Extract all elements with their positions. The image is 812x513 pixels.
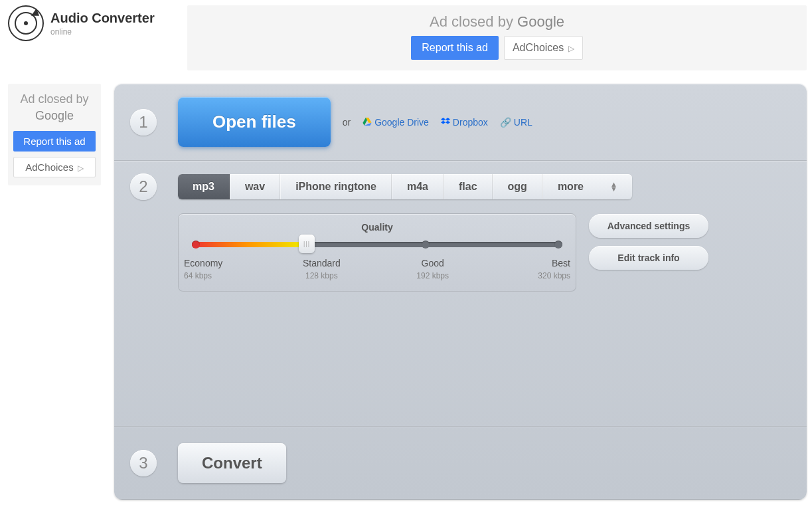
format-tab-more[interactable]: more ▲▼ (542, 174, 632, 199)
app-subtitle: online (50, 27, 155, 37)
svg-marker-6 (446, 120, 450, 124)
quality-title: Quality (192, 222, 562, 233)
format-tab-ogg[interactable]: ogg (493, 174, 542, 199)
slider-handle[interactable] (299, 235, 315, 253)
ad-closed-text: Ad closed by Google (430, 13, 564, 30)
adchoices-icon: ▷ (78, 163, 84, 173)
open-files-button[interactable]: Open files (178, 97, 331, 147)
dropbox-icon (441, 117, 450, 128)
or-label: or (343, 117, 351, 128)
step-number: 3 (130, 450, 157, 476)
svg-marker-4 (446, 118, 450, 121)
format-tab-wav[interactable]: wav (230, 174, 280, 199)
svg-marker-5 (441, 120, 446, 124)
step-number: 2 (130, 173, 157, 200)
quality-label-economy: Economy 64 kbps (184, 258, 237, 280)
report-ad-button[interactable]: Report this ad (411, 36, 499, 60)
google-drive-link[interactable]: Google Drive (363, 117, 429, 128)
format-tab-iphone[interactable]: iPhone ringtone (280, 174, 392, 199)
google-drive-icon (363, 117, 372, 128)
app-logo-block: Audio Converter online (8, 5, 187, 41)
ad-closed-text: Ad closed by Google (13, 92, 96, 124)
top-ad-banner: Ad closed by Google Report this ad AdCho… (187, 5, 807, 70)
step-1: 1 Open files or Google Drive Dropbox (114, 84, 807, 161)
step-number: 1 (130, 109, 157, 136)
format-tabs: mp3 wav iPhone ringtone m4a flac ogg mor… (178, 174, 632, 199)
quality-label-good: Good 192 kbps (406, 258, 459, 280)
step-2: 2 mp3 wav iPhone ringtone m4a flac ogg m… (114, 161, 807, 427)
sort-arrows-icon: ▲▼ (610, 182, 617, 191)
format-tab-m4a[interactable]: m4a (392, 174, 444, 199)
svg-marker-3 (441, 118, 446, 121)
convert-button[interactable]: Convert (178, 443, 286, 483)
converter-panel: 1 Open files or Google Drive Dropbox (114, 84, 807, 500)
dropbox-link[interactable]: Dropbox (441, 117, 488, 128)
quality-label-standard: Standard 128 kbps (295, 258, 348, 280)
edit-track-info-button[interactable]: Edit track info (589, 246, 708, 270)
adchoices-button[interactable]: AdChoices ▷ (13, 157, 96, 177)
left-ad-banner: Ad closed by Google Report this ad AdCho… (8, 84, 101, 185)
advanced-settings-button[interactable]: Advanced settings (589, 214, 708, 238)
step-3: 3 Convert (114, 427, 807, 500)
quality-label-best: Best 320 kbps (517, 258, 570, 280)
adchoices-icon: ▷ (568, 44, 574, 53)
logo-icon (8, 5, 44, 41)
app-title: Audio Converter (50, 11, 155, 26)
quality-panel: Quality Economy 64 kbps Standard (178, 213, 576, 292)
report-ad-button[interactable]: Report this ad (13, 131, 96, 152)
adchoices-button[interactable]: AdChoices ▷ (504, 36, 583, 60)
format-tab-mp3[interactable]: mp3 (178, 174, 230, 199)
quality-slider[interactable] (192, 242, 562, 247)
url-link[interactable]: 🔗 URL (500, 117, 532, 128)
format-tab-flac[interactable]: flac (444, 174, 493, 199)
google-logo-text: Google (517, 13, 564, 30)
google-logo-text: Google (13, 108, 96, 124)
link-icon: 🔗 (500, 117, 511, 128)
